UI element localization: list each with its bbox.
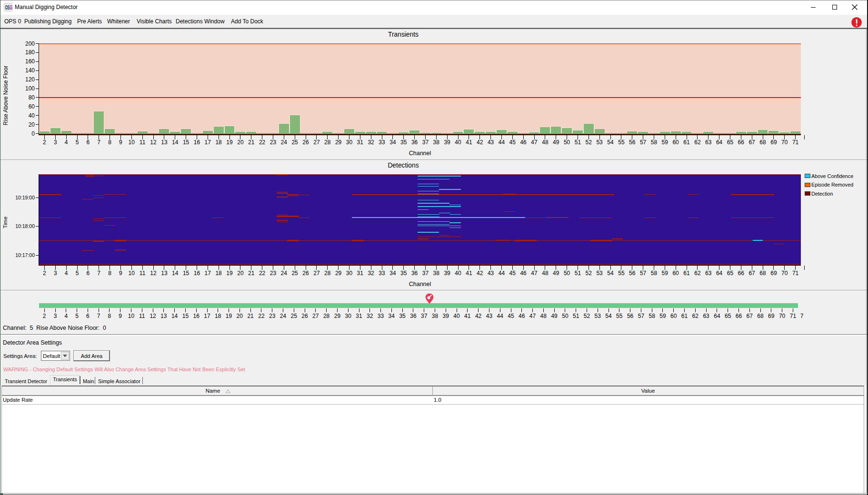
svg-text:OSG: OSG bbox=[5, 4, 12, 11]
